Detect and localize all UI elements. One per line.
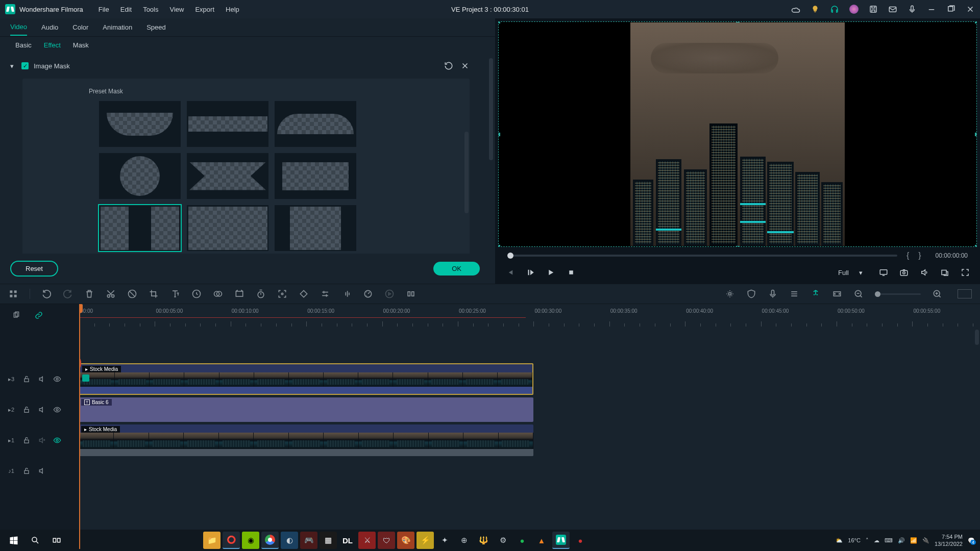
eye-icon[interactable] (53, 406, 61, 414)
preview-viewport[interactable] (498, 21, 977, 247)
stop-icon[interactable] (567, 268, 576, 277)
lock-icon[interactable] (22, 406, 31, 414)
play-icon[interactable] (546, 268, 555, 277)
app-generic3-icon[interactable]: ▦ (320, 532, 337, 549)
zoom-fit-box[interactable] (958, 289, 972, 298)
mask-preset-arc-bottom[interactable] (99, 101, 181, 147)
tracking-icon[interactable] (277, 289, 287, 299)
audio-adjust-icon[interactable] (341, 289, 352, 299)
track-v3[interactable]: ▸Stock Media (79, 361, 980, 397)
tab-audio[interactable]: Audio (41, 19, 58, 35)
start-button[interactable] (5, 532, 22, 549)
cut-icon[interactable] (106, 289, 116, 299)
mask-preset-circle[interactable] (99, 153, 181, 199)
delete-icon[interactable] (84, 289, 94, 299)
magnet-icon[interactable] (811, 289, 821, 299)
mask-preset-center[interactable] (275, 205, 356, 251)
tab-color[interactable]: Color (72, 19, 88, 35)
eye-active-icon[interactable] (53, 436, 61, 444)
export-frame-icon[interactable] (940, 268, 949, 277)
grid-icon[interactable] (8, 289, 18, 299)
taskview-icon[interactable] (48, 532, 65, 549)
mail-icon[interactable] (888, 5, 897, 14)
crop-icon[interactable] (149, 289, 159, 299)
seek-handle[interactable] (507, 253, 513, 259)
fit-icon[interactable] (832, 289, 842, 299)
track-v2[interactable]: TBasic 6 (79, 397, 980, 422)
menu-edit[interactable]: Edit (120, 6, 132, 13)
mask-checkbox[interactable]: ✓ (21, 62, 29, 69)
app-vlc-icon[interactable]: ▲ (533, 532, 550, 549)
tray-wifi-icon[interactable]: 📶 (910, 537, 917, 544)
seek-bar[interactable] (507, 255, 897, 257)
app-filmora-icon[interactable] (552, 532, 570, 549)
app-generic8-icon[interactable]: ⚡ (416, 532, 434, 549)
close-icon[interactable] (966, 5, 975, 14)
speaker-icon[interactable] (38, 467, 46, 475)
menu-view[interactable]: View (169, 6, 184, 13)
play-pause-icon[interactable] (526, 268, 535, 277)
lightbulb-icon[interactable] (811, 5, 820, 14)
prev-frame-icon[interactable] (505, 268, 514, 277)
marker-split-icon[interactable] (406, 289, 416, 299)
app-generic9-icon[interactable]: ✦ (436, 532, 453, 549)
app-generic11-icon[interactable]: 🔱 (475, 532, 492, 549)
menu-file[interactable]: File (99, 6, 109, 13)
app-generic5-icon[interactable]: ⚔ (358, 532, 376, 549)
app-opera-icon[interactable]: ⭕ (223, 532, 240, 549)
duration-icon[interactable] (256, 289, 266, 299)
app-generic7-icon[interactable]: 🎨 (397, 532, 414, 549)
zoom-slider[interactable] (875, 293, 921, 295)
reset-section-icon[interactable] (444, 61, 453, 70)
app-nvidia-icon[interactable]: ◉ (242, 532, 259, 549)
mask-preset-bar[interactable] (187, 101, 268, 147)
ok-button[interactable]: OK (433, 262, 480, 276)
disable-icon[interactable] (127, 289, 137, 299)
mark-out-icon[interactable]: } (918, 251, 921, 260)
adjust-icon[interactable] (320, 289, 330, 299)
panel-scrollbar[interactable] (489, 58, 493, 160)
playhead[interactable] (79, 304, 80, 549)
app-generic12-icon[interactable]: ⚙ (494, 532, 511, 549)
mask-preset-full[interactable] (187, 205, 268, 251)
snapshot-icon[interactable] (899, 268, 909, 277)
tab-animation[interactable]: Animation (103, 19, 132, 35)
app-generic6-icon[interactable]: 🛡 (378, 532, 395, 549)
tray-clock[interactable]: 7:54 PM 13/12/2022 (935, 533, 963, 548)
speed-icon[interactable] (191, 289, 202, 299)
avatar-icon[interactable] (849, 5, 859, 14)
reset-button[interactable]: Reset (10, 261, 58, 277)
track-v1[interactable]: ▸Stock Media (79, 422, 980, 458)
app-generic13-icon[interactable]: ● (572, 532, 589, 549)
remove-section-icon[interactable] (460, 61, 470, 70)
eye-icon[interactable] (53, 375, 61, 383)
image-mask-header[interactable]: ▾ ✓ Image Mask (10, 58, 480, 73)
tray-power-icon[interactable]: 🔌 (922, 537, 929, 544)
speed-ramp-icon[interactable] (363, 289, 373, 299)
app-explorer-icon[interactable]: 📁 (203, 532, 220, 549)
menu-help[interactable]: Help (226, 6, 239, 13)
zoom-in-icon[interactable] (932, 289, 942, 299)
track-a1[interactable] (79, 458, 980, 484)
mic-icon[interactable] (908, 5, 917, 14)
clip-stock-media-bottom[interactable]: ▸Stock Media (79, 424, 533, 456)
tray-cloud-icon[interactable]: ☁ (874, 537, 879, 544)
fullscreen-icon[interactable] (961, 268, 970, 277)
zoom-thumb[interactable] (875, 291, 880, 297)
speaker-icon[interactable] (38, 406, 46, 414)
app-generic4-icon[interactable]: DL (339, 532, 356, 549)
undo-icon[interactable] (41, 289, 52, 299)
zoom-out-icon[interactable] (853, 289, 864, 299)
subtab-mask[interactable]: Mask (73, 41, 89, 49)
auto-reframe-icon[interactable] (725, 289, 735, 299)
notifications-icon[interactable]: 💬4 (968, 537, 975, 544)
save-icon[interactable] (869, 5, 878, 14)
weather-temp[interactable]: 16°C (848, 537, 861, 543)
app-chrome-icon[interactable] (261, 532, 279, 549)
timeline-vscroll[interactable] (975, 330, 979, 345)
minimize-icon[interactable] (927, 5, 936, 14)
tray-lang-icon[interactable]: ⌨ (885, 537, 893, 544)
speaker-icon[interactable] (38, 375, 46, 383)
timeline-ruler[interactable]: 00:0000:00:05:0000:00:10:0000:00:15:0000… (79, 304, 980, 327)
subtab-effect[interactable]: Effect (44, 41, 61, 49)
